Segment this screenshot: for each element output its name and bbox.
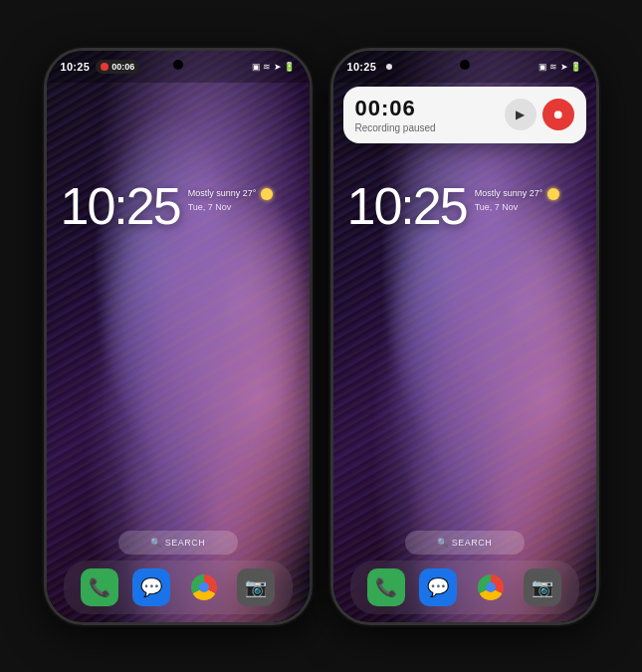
sun-icon-right <box>547 188 559 200</box>
rec-play-button[interactable]: ▶ <box>505 99 536 130</box>
rec-time-large: 00:06 <box>355 97 436 120</box>
dock-app-chrome-left[interactable] <box>185 568 223 606</box>
search-bar-text-right: SEARCH <box>452 538 493 548</box>
stop-icon: ⏺ <box>552 108 564 121</box>
dock-app-phone-right[interactable]: 📞 <box>367 568 405 606</box>
status-icons-right: ▣ ≋ ➤ 🔋 <box>538 62 582 72</box>
home-clock-right: 10:25 <box>347 180 467 232</box>
status-right-left: ▣ ≋ ➤ 🔋 <box>252 62 296 72</box>
right-phone-frame: 10:25 ▣ ≋ ➤ 🔋 00:06 Recording paused ▶ <box>330 48 599 625</box>
right-phone-screen: 10:25 ▣ ≋ ➤ 🔋 00:06 Recording paused ▶ <box>333 51 596 622</box>
dock-app-chrome-right[interactable] <box>472 568 510 606</box>
rec-info: 00:06 Recording paused <box>355 97 436 133</box>
dock-app-messages-right[interactable]: 💬 <box>419 568 457 606</box>
punch-hole-right <box>460 60 470 70</box>
left-phone-frame: 10:25 00:06 ▣ ≋ ➤ 🔋 10:25 Mostly sunny 2… <box>44 48 313 625</box>
home-clock-left: 10:25 <box>61 180 180 232</box>
rec-time-pill-left: 00:06 <box>111 62 134 72</box>
search-bar-text-left: SEARCH <box>165 538 206 548</box>
dock-app-messages-left[interactable]: 💬 <box>132 568 170 606</box>
search-bar-left[interactable]: 🔍 SEARCH <box>118 531 238 555</box>
rec-controls: ▶ ⏺ <box>505 99 574 130</box>
dock-right: 📞 💬 📷 <box>350 560 579 614</box>
status-dot-right <box>386 64 392 70</box>
left-phone: 10:25 00:06 ▣ ≋ ➤ 🔋 10:25 Mostly sunny 2… <box>44 48 313 625</box>
weather-date-right: Tue, 7 Nov <box>475 202 559 212</box>
status-left-right: 10:25 <box>347 61 393 73</box>
search-icon-left: 🔍 <box>150 538 161 548</box>
phone-icon-left: 📞 <box>89 576 110 598</box>
status-left-left: 10:25 00:06 <box>61 60 140 74</box>
dock-app-camera-right[interactable]: 📷 <box>524 568 561 606</box>
rec-stop-button[interactable]: ⏺ <box>542 99 574 130</box>
dock-app-camera-left[interactable]: 📷 <box>237 568 275 606</box>
status-time-left: 10:25 <box>61 61 91 73</box>
status-time-right: 10:25 <box>347 61 377 73</box>
search-icon-right: 🔍 <box>437 538 448 548</box>
left-phone-screen: 10:25 00:06 ▣ ≋ ➤ 🔋 10:25 Mostly sunny 2… <box>47 51 310 622</box>
phone-icon-right: 📞 <box>375 576 397 598</box>
weather-text-left: Mostly sunny 27° <box>188 188 273 200</box>
punch-hole-left <box>173 60 183 70</box>
sun-icon-left <box>261 188 273 200</box>
camera-icon-right: 📷 <box>532 576 553 598</box>
status-right-right: ▣ ≋ ➤ 🔋 <box>538 62 582 72</box>
home-clock-area-left: 10:25 Mostly sunny 27° Tue, 7 Nov <box>47 180 310 232</box>
home-clock-area-right: 10:25 Mostly sunny 27° Tue, 7 Nov <box>333 180 596 232</box>
recording-notification: 00:06 Recording paused ▶ ⏺ <box>343 87 586 143</box>
messages-icon-left: 💬 <box>140 576 162 598</box>
recording-pill-left: 00:06 <box>96 60 139 74</box>
status-icons-left: ▣ ≋ ➤ 🔋 <box>252 62 296 72</box>
messages-icon-right: 💬 <box>427 576 449 598</box>
dock-app-phone-left[interactable]: 📞 <box>81 568 118 606</box>
weather-date-left: Tue, 7 Nov <box>188 202 273 212</box>
rec-dot-left <box>101 63 108 71</box>
rec-status-text: Recording paused <box>355 122 436 133</box>
weather-text-right: Mostly sunny 27° <box>475 188 559 200</box>
camera-icon-left: 📷 <box>245 576 267 598</box>
weather-widget-right: Mostly sunny 27° Tue, 7 Nov <box>475 188 559 212</box>
chrome-icon-left <box>191 574 217 600</box>
search-bar-right[interactable]: 🔍 SEARCH <box>405 531 525 555</box>
chrome-icon-right <box>478 574 504 600</box>
right-phone: 10:25 ▣ ≋ ➤ 🔋 00:06 Recording paused ▶ <box>330 48 599 625</box>
dock-left: 📞 💬 📷 <box>64 560 293 614</box>
weather-widget-left: Mostly sunny 27° Tue, 7 Nov <box>188 188 273 212</box>
play-icon: ▶ <box>516 108 525 121</box>
